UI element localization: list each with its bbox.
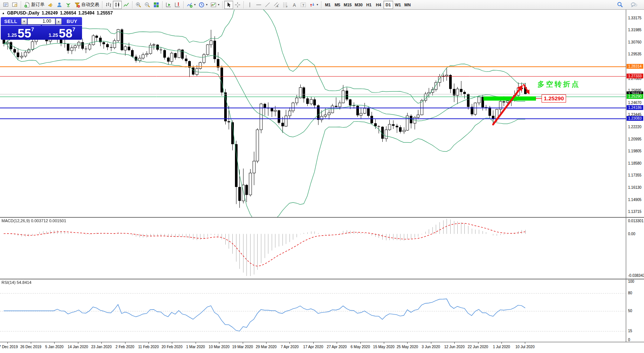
- rsi-canvas[interactable]: [0, 279, 626, 342]
- macd-plot: MACD(12,26,9) 0.003712 0.001501: [0, 218, 626, 279]
- timeframe-button-m5[interactable]: M5: [333, 1, 342, 9]
- timeframe-button-w1[interactable]: W1: [393, 1, 403, 9]
- timeframe-button-h4[interactable]: H4: [374, 1, 383, 9]
- crosshair-tool-button[interactable]: [233, 1, 242, 9]
- sell-price[interactable]: 1.25557: [1, 25, 41, 40]
- horizontal-line-tool-button[interactable]: [254, 1, 263, 9]
- price-axis-flag: 1.28314: [627, 64, 643, 69]
- price-axis-flag: 1.27333: [627, 74, 643, 78]
- buy-button[interactable]: BUY: [62, 17, 82, 25]
- toolbar-separator: [243, 1, 244, 9]
- community-button[interactable]: [55, 1, 64, 9]
- volume-increase-button[interactable]: ▲: [56, 18, 62, 25]
- trendline-icon: [265, 2, 271, 8]
- macd-canvas[interactable]: [0, 218, 626, 279]
- rsi-axis[interactable]: 1008050150: [626, 279, 644, 342]
- timeframe-button-m1[interactable]: M1: [323, 1, 333, 9]
- chat-button[interactable]: [629, 1, 639, 9]
- macd-axis[interactable]: 0.0133010.00-0.038343: [626, 218, 644, 279]
- bar-chart-icon: [105, 2, 111, 8]
- toolbar-separator: [102, 1, 102, 9]
- text-tool-button[interactable]: A: [290, 1, 299, 9]
- cursor-tool-button[interactable]: [224, 1, 233, 9]
- new-order-button[interactable]: 新订单: [23, 1, 46, 9]
- fibonacci-icon: F: [282, 2, 288, 8]
- date-axis-label: 25 May 2020: [396, 345, 418, 349]
- candlestick-chart-icon: [114, 2, 120, 8]
- rsi-label: RSI(14) 54.8414: [1, 280, 32, 285]
- text-label-icon: T: [300, 2, 306, 8]
- timeframe-button-m30[interactable]: M30: [353, 1, 364, 9]
- alert-icon: [48, 2, 53, 8]
- fibonacci-tool-button[interactable]: F: [281, 1, 290, 9]
- chevron-up-icon: ▲: [58, 20, 60, 23]
- main-chart-canvas[interactable]: [0, 10, 626, 217]
- date-axis-tick: [501, 342, 502, 344]
- volume-input[interactable]: 1.00: [27, 18, 55, 25]
- chart-area: ▲ GBPUSD-,Daily 1.26249 1.26654 1.25494 …: [0, 10, 644, 351]
- date-axis-tick: [172, 342, 172, 344]
- candlestick-chart-button[interactable]: [113, 1, 122, 9]
- axis-tick-label: 1.31985: [628, 28, 641, 32]
- alerts-button[interactable]: [46, 1, 55, 9]
- text-label-tool-button[interactable]: T: [299, 1, 308, 9]
- date-axis-tick: [101, 342, 102, 344]
- axis-tick-label: 100: [628, 279, 634, 284]
- indicators-button[interactable]: ▾: [185, 1, 197, 9]
- profiles-button[interactable]: [10, 1, 19, 9]
- axis-tick-label: 1.18580: [628, 161, 641, 166]
- date-axis-label: 27 Apr 2020: [327, 345, 347, 349]
- axis-tick-label: 1.19805: [628, 149, 641, 153]
- collapse-panel-icon[interactable]: ▲: [2, 12, 5, 15]
- bar-chart-button[interactable]: [104, 1, 113, 9]
- timeframe-button-h1[interactable]: H1: [364, 1, 374, 9]
- date-axis-tick: [384, 342, 384, 344]
- date-axis-label: 14 Jan 2020: [68, 345, 88, 349]
- templates-button[interactable]: ▾: [209, 1, 221, 9]
- new-chart-button[interactable]: [1, 1, 10, 9]
- chart-shift-button[interactable]: [173, 1, 182, 9]
- zoom-out-icon: [144, 2, 150, 8]
- sell-button[interactable]: SELL: [1, 17, 21, 25]
- price-level-callout[interactable]: 1.25290: [542, 94, 566, 103]
- equidistant-channel-tool-button[interactable]: E: [272, 1, 281, 9]
- autotrading-button[interactable]: 自动交易: [73, 1, 101, 9]
- axis-tick-label: -0.038343: [628, 273, 644, 278]
- date-axis-tick: [478, 342, 478, 344]
- periods-dropdown-icon: ▾: [206, 3, 207, 6]
- timeframe-button-mn[interactable]: MN: [403, 1, 412, 9]
- ohlc-close: 1.25557: [97, 10, 112, 16]
- axis-tick-label: 1.20995: [628, 137, 641, 142]
- axis-tick-label: 80: [628, 291, 632, 295]
- buy-price[interactable]: 1.25587: [42, 25, 82, 40]
- date-axis-tick: [125, 342, 125, 344]
- toolbar-separator: [321, 1, 321, 9]
- turning-point-annotation: 多空转折点: [537, 80, 580, 89]
- axis-tick-label: 50: [628, 309, 632, 313]
- toolbar-right-group: [615, 1, 639, 9]
- date-axis-tick: [78, 342, 78, 344]
- volume-decrease-button[interactable]: ▼: [21, 18, 27, 25]
- svg-text:T: T: [303, 3, 305, 7]
- trendline-tool-button[interactable]: [263, 1, 272, 9]
- zoom-in-button[interactable]: [134, 1, 143, 9]
- date-axis-label: 20 Feb 2020: [161, 345, 182, 349]
- signals-button[interactable]: [64, 1, 73, 9]
- periods-button[interactable]: ▾: [197, 1, 209, 9]
- date-axis-label: 29 Mar 2020: [256, 345, 277, 349]
- date-axis[interactable]: 17 Dec 201926 Dec 20195 Jan 202014 Jan 2…: [0, 342, 644, 351]
- search-button[interactable]: [615, 1, 625, 9]
- zoom-out-button[interactable]: [143, 1, 152, 9]
- date-axis-tick: [148, 342, 149, 344]
- vertical-line-tool-button[interactable]: [245, 1, 254, 9]
- line-chart-button[interactable]: [122, 1, 131, 9]
- new-order-label: 新订单: [31, 1, 45, 8]
- price-pane: ▲ GBPUSD-,Daily 1.26249 1.26654 1.25494 …: [0, 10, 644, 217]
- price-axis[interactable]: 1.331751.319851.307601.295351.270851.258…: [626, 10, 644, 217]
- arrows-tool-button[interactable]: ▾: [308, 1, 320, 9]
- auto-scroll-button[interactable]: [164, 1, 173, 9]
- timeframe-button-m15[interactable]: M15: [342, 1, 353, 9]
- tile-windows-button[interactable]: [152, 1, 161, 9]
- chart-title: ▲ GBPUSD-,Daily 1.26249 1.26654 1.25494 …: [2, 10, 113, 16]
- timeframe-button-d1[interactable]: D1: [383, 1, 393, 9]
